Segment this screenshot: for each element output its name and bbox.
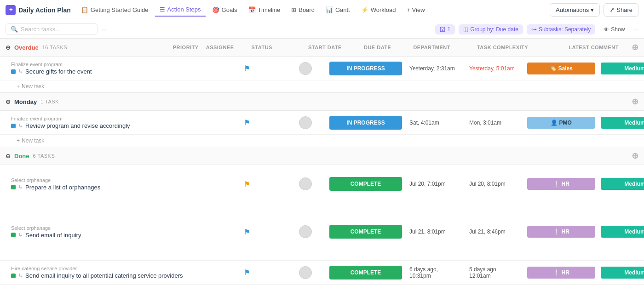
priority-flag: ⚑ [244,268,250,277]
automations-button[interactable]: Automations ▾ [550,3,600,17]
tab-add-view[interactable]: + View [402,4,429,16]
overdue-task-count: 16 TASKS [42,45,67,50]
section-toggle-overdue[interactable]: ⊖ [6,44,11,51]
overdue-label: Overdue [14,44,39,51]
status-badge[interactable]: COMPLETE [329,177,402,191]
app-title: Daily Action Plan [18,6,71,14]
chevron-down-icon: ▾ [591,6,594,13]
dept-badge: ❕ HR [527,267,595,279]
priority-flag: ⚑ [244,64,250,73]
section-toggle-monday[interactable]: ⊖ [6,98,11,105]
status-cell: IN PROGRESS [327,113,405,132]
tab-getting-started[interactable]: 📋 Getting Started Guide [76,4,153,16]
table-container: ⊖ Overdue 16 TASKS PRIORITY ASSIGNEE STA… [0,39,644,308]
section-header-done: ⊖ Done 6 TASKS ⊕ [0,147,644,165]
dept-col-header: DEPARTMENT [413,45,450,50]
complexity-cell: Medium [598,176,644,192]
dept-cell: 🏷️ Sales [524,61,598,76]
priority-cell: ⚑ [239,225,294,239]
tab-goals[interactable]: 🎯 Goals [207,4,242,16]
subtasks-icon: ⊶ [531,26,537,33]
subtask-icon: ↳ [18,123,23,129]
done-label: Done [14,153,29,160]
add-column-done[interactable]: ⊕ [632,151,638,161]
toolbar-options-button[interactable]: ··· [633,26,638,33]
task-name-cell: Hire catering service provider ↳ Send em… [0,263,239,282]
top-nav: ✦ Daily Action Plan 📋 Getting Started Gu… [0,0,644,20]
table-row: Select orphanage ↳ Send email of inquiry… [0,203,644,261]
new-task-monday[interactable]: + New task [0,135,644,147]
board-icon: ⊞ [291,6,296,13]
start-date-cell: Jul 21, 8:01pm [405,226,465,238]
nav-right: Automations ▾ ⤤ Share [550,3,638,17]
due-date-cell: Jul 20, 8:01pm [465,178,524,190]
section-toggle-done[interactable]: ⊖ [6,153,11,160]
tab-action-steps[interactable]: ☰ Action Steps [155,3,206,17]
tab-workload[interactable]: ⚡ Workload [356,4,401,16]
new-task-overdue[interactable]: + New task [0,80,644,92]
add-column-monday[interactable]: ⊕ [632,97,638,107]
assignee-col-header: ASSIGNEE [206,45,234,50]
start-date-cell: 6 days ago, 10:31pm [405,263,465,282]
complexity-cell: Medium [598,265,644,280]
status-badge[interactable]: COMPLETE [329,225,402,239]
gantt-icon: 📊 [326,6,333,13]
status-badge[interactable]: COMPLETE [329,266,402,279]
due-date-cell: 5 days ago, 12:01am [465,263,524,282]
complexity-badge: Medium [601,117,644,129]
avatar [299,266,312,279]
search-placeholder: Search tasks... [21,26,60,33]
task-parent: Select orphanage [11,225,235,231]
filter-button[interactable]: ⚿ 1 [435,24,455,34]
assignee-cell [294,59,327,78]
dept-badge: 🏷️ Sales [527,63,595,74]
tab-gantt[interactable]: 📊 Gantt [321,4,355,16]
subtasks-button[interactable]: ⊶ Subtasks: Separately [527,24,595,34]
tab-timeline[interactable]: 📅 Timeline [244,4,285,16]
show-button[interactable]: 👁 Show [599,24,629,34]
section-header-overdue: ⊖ Overdue 16 TASKS PRIORITY ASSIGNEE STA… [0,39,644,57]
goals-icon: 🎯 [212,6,219,13]
dept-badge: ❕ HR [527,226,595,238]
status-badge[interactable]: IN PROGRESS [329,62,402,75]
action-steps-icon: ☰ [160,6,165,13]
add-column-overdue[interactable]: ⊕ [632,42,638,52]
task-name: ↳ Send email inquiry to all potential ca… [11,272,235,279]
section-overdue: ⊖ Overdue 16 TASKS PRIORITY ASSIGNEE STA… [0,39,644,93]
task-name-cell: Finalize event program ↳ Secure gifts fo… [0,59,239,78]
getting-started-icon: 📋 [81,6,88,13]
assignee-cell [294,222,327,241]
start-col-header: START DATE [308,45,342,50]
task-parent: Finalize event program [11,62,235,67]
toolbar-more-button[interactable]: ··· [101,26,107,33]
complexity-badge: Medium [601,267,644,279]
monday-task-count: 1 TASK [40,99,59,104]
search-box[interactable]: 🔍 Search tasks... [6,23,98,35]
task-name-cell: Finalize event program ↳ Review program … [0,113,239,132]
share-button[interactable]: ⤤ Share [604,3,638,17]
avatar [299,225,312,238]
section-monday: ⊖ Monday 1 TASK ⊕ Finalize event program… [0,93,644,147]
priority-cell: ⚑ [239,115,294,130]
app-logo: ✦ Daily Action Plan [6,5,71,15]
eye-icon: 👁 [604,26,609,33]
assignee-cell [294,175,327,193]
share-icon: ⤤ [610,6,615,13]
complexity-cell: Medium [598,61,644,76]
complexity-badge: Medium [601,226,644,238]
avatar [299,116,312,129]
comment-col-header: LATEST COMMENT [569,45,619,50]
status-badge[interactable]: IN PROGRESS [329,116,402,130]
due-date-cell: Mon, 3:01am [465,117,524,129]
tab-board[interactable]: ⊞ Board [287,4,319,16]
dept-badge: ❕ HR [527,178,595,190]
subtask-icon: ↳ [18,184,23,190]
group-by-button[interactable]: ◫ Group by: Due date [459,24,523,34]
status-cell: COMPLETE [327,174,405,194]
priority-cell: ⚑ [239,177,294,191]
task-color-indicator [11,124,16,128]
complexity-cell: Medium [598,224,644,240]
plus-icon: + [17,83,20,90]
monday-label: Monday [14,98,37,105]
task-color-indicator [11,233,16,237]
